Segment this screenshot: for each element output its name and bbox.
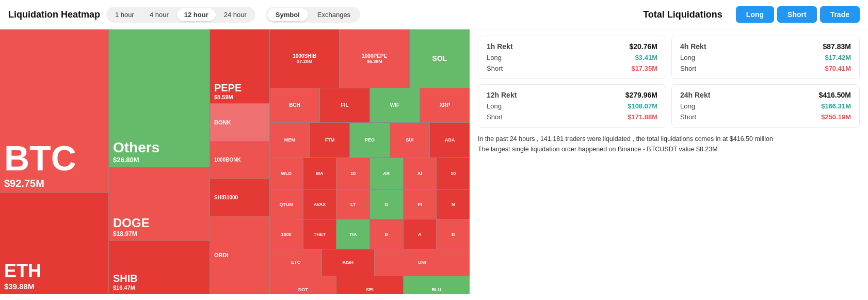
info-text: In the past 24 hours , 141.181 traders w… bbox=[478, 134, 860, 154]
trade-button[interactable]: Trade bbox=[820, 6, 860, 23]
shib-cell: SHIB $16.47M bbox=[109, 241, 210, 294]
sol-sym: SOL bbox=[432, 54, 447, 62]
stats-grid: 1h Rekt $20.76M Long $3.41M Short $17.35… bbox=[478, 36, 860, 128]
stat-val-12h-short: $171.88M bbox=[628, 113, 657, 121]
stat-val-24h-total: $416.50M bbox=[819, 91, 851, 99]
stat-row-12h-short: Short $171.88M bbox=[487, 113, 657, 121]
heatmap-col-2: Others $26.80M DOGE $18.97M SHIB $16.47M bbox=[109, 29, 210, 294]
total-liquidations-title: Total Liquidations bbox=[643, 9, 722, 20]
stat-card-24h: 24h Rekt $416.50M Long $166.31M Short $2… bbox=[671, 84, 860, 128]
stat-label-12h-long: Long bbox=[487, 102, 502, 110]
pepe-symbol: PEPE bbox=[214, 82, 265, 94]
stat-val-24h-long: $166.31M bbox=[821, 102, 851, 110]
stat-val-1h-long: $3.41M bbox=[635, 54, 657, 61]
others-cell: Others $26.80M bbox=[109, 29, 210, 167]
stat-val-4h-long: $17.42M bbox=[825, 54, 851, 61]
filter-exchanges-btn[interactable]: Exchanges bbox=[309, 8, 359, 21]
stat-label-4h-long: Long bbox=[680, 54, 695, 61]
heatmap-row-3: MEM FTM PEO SUI ADA bbox=[270, 123, 470, 157]
stat-row-24h-long: Long $166.31M bbox=[680, 102, 851, 110]
stat-row-24h-short: Short $250.19M bbox=[680, 113, 851, 121]
heatmap-row-6: 1000 THET TIA B A B bbox=[270, 219, 470, 248]
stat-val-1h-short: $17.35M bbox=[631, 65, 657, 72]
heatmap-col-1: BTC $92.75M ETH $39.88M bbox=[0, 29, 108, 294]
1000pepe-sym: 1000PEPE bbox=[362, 53, 387, 59]
stat-row-4h-short: Short $70.41M bbox=[680, 65, 851, 72]
shib1000-cell: SHIB1000 bbox=[210, 179, 269, 216]
stat-val-12h-long: $108.07M bbox=[628, 102, 657, 110]
peo-cell: PEO bbox=[350, 123, 390, 157]
doge-cell: DOGE $18.97M bbox=[109, 167, 210, 240]
xrp-cell: XRP bbox=[420, 88, 470, 123]
stat-card-4h: 4h Rekt $87.83M Long $17.42M Short $70.4… bbox=[671, 36, 860, 79]
doge-value: $18.97M bbox=[113, 230, 205, 238]
time-filter-group: 1 hour 4 hour 12 hour 24 hour bbox=[106, 7, 255, 23]
others-value: $26.80M bbox=[113, 156, 205, 164]
wif-cell: WIF bbox=[370, 88, 420, 123]
heatmap-row-4: WLD MA 10 AR AI 10 bbox=[270, 158, 470, 190]
stat-val-1h-total: $20.76M bbox=[630, 42, 657, 51]
stat-label-12h-short: Short bbox=[487, 113, 503, 121]
time-btn-4h[interactable]: 4 hour bbox=[142, 8, 176, 21]
info-line2: The largest single liquidation order hap… bbox=[478, 144, 860, 154]
heatmap-row-2: BCH FIL WIF XRP bbox=[270, 88, 470, 123]
fil-cell: FIL bbox=[320, 88, 369, 123]
pepe-cell: PEPE $8.59M bbox=[210, 29, 269, 103]
ada-cell: ADA bbox=[430, 123, 470, 157]
1000shib-val: $7.20M bbox=[297, 59, 312, 64]
ftm-cell: FTM bbox=[310, 123, 350, 157]
app-title: Liquidation Heatmap bbox=[8, 9, 100, 20]
heatmap-row-7: ETC KISH UNI bbox=[270, 249, 470, 276]
stat-val-12h-total: $279.96M bbox=[625, 91, 657, 99]
heatmap-row-8: DOT SEI BLU bbox=[270, 276, 470, 294]
time-btn-12h[interactable]: 12 hour bbox=[177, 8, 216, 21]
stat-label-1h: 1h Rekt bbox=[487, 42, 513, 51]
shib1000-symbol: SHIB1000 bbox=[214, 195, 238, 200]
long-button[interactable]: Long bbox=[736, 6, 774, 23]
1000pepe-val: $6.38M bbox=[367, 59, 382, 64]
1000bonk-symbol: 1000BONK bbox=[214, 157, 241, 163]
short-button[interactable]: Short bbox=[777, 6, 817, 23]
header-right: Total Liquidations Long Short Trade bbox=[643, 6, 860, 23]
stat-row-4h-long: Long $17.42M bbox=[680, 54, 851, 61]
1000bonk-cell: 1000BONK bbox=[210, 141, 269, 179]
ordi-cell: ORDI bbox=[210, 216, 269, 294]
heatmap-row-top: 1000SHIB $7.20M 1000PEPE $6.38M SOL bbox=[270, 29, 470, 88]
stat-row-1h-long: Long $3.41M bbox=[487, 54, 657, 61]
bonk-cell: BONK bbox=[210, 104, 269, 141]
1000pepe-cell: 1000PEPE $6.38M bbox=[340, 29, 409, 88]
action-group: Long Short Trade bbox=[736, 6, 860, 23]
time-btn-1h[interactable]: 1 hour bbox=[108, 8, 141, 21]
stat-row-1h-short: Short $17.35M bbox=[487, 65, 657, 72]
stat-val-4h-short: $70.41M bbox=[825, 65, 851, 72]
time-btn-24h[interactable]: 24 hour bbox=[217, 8, 254, 21]
stat-row-24h-total: 24h Rekt $416.50M bbox=[680, 91, 851, 99]
heatmap-col-4: 1000SHIB $7.20M 1000PEPE $6.38M SOL bbox=[270, 29, 470, 294]
stat-row-4h-total: 4h Rekt $87.83M bbox=[680, 42, 851, 51]
eth-symbol: ETH bbox=[4, 260, 104, 282]
bch-cell: BCH bbox=[270, 88, 319, 123]
stat-label-12h: 12h Rekt bbox=[487, 91, 517, 99]
stat-card-1h: 1h Rekt $20.76M Long $3.41M Short $17.35… bbox=[478, 36, 666, 79]
pepe-value: $8.59M bbox=[214, 94, 265, 100]
1000shib-sym: 1000SHIB bbox=[293, 53, 316, 59]
stat-row-12h-total: 12h Rekt $279.96M bbox=[487, 91, 657, 99]
main-content: BTC $92.75M ETH $39.88M Others $26.80M bbox=[0, 29, 868, 294]
stat-row-12h-long: Long $108.07M bbox=[487, 102, 657, 110]
filter-group: Symbol Exchanges bbox=[266, 7, 360, 23]
stat-card-12h: 12h Rekt $279.96M Long $108.07M Short $1… bbox=[478, 84, 666, 128]
app-container: Liquidation Heatmap 1 hour 4 hour 12 hou… bbox=[0, 0, 868, 294]
sol-cell: SOL bbox=[410, 29, 470, 88]
filter-symbol-btn[interactable]: Symbol bbox=[267, 8, 308, 21]
info-line1: In the past 24 hours , 141.181 traders w… bbox=[478, 134, 860, 144]
stat-label-1h-long: Long bbox=[487, 54, 502, 61]
stat-label-1h-short: Short bbox=[487, 65, 503, 72]
mem-cell: MEM bbox=[270, 123, 310, 157]
doge-symbol: DOGE bbox=[113, 216, 205, 230]
eth-cell: ETH $39.88M bbox=[0, 193, 108, 294]
shib-value: $16.47M bbox=[113, 285, 205, 291]
shib-symbol: SHIB bbox=[113, 273, 205, 285]
others-symbol: Others bbox=[113, 139, 205, 156]
btc-cell: BTC $92.75M bbox=[0, 29, 108, 193]
heatmap-container: BTC $92.75M ETH $39.88M Others $26.80M bbox=[0, 29, 470, 294]
